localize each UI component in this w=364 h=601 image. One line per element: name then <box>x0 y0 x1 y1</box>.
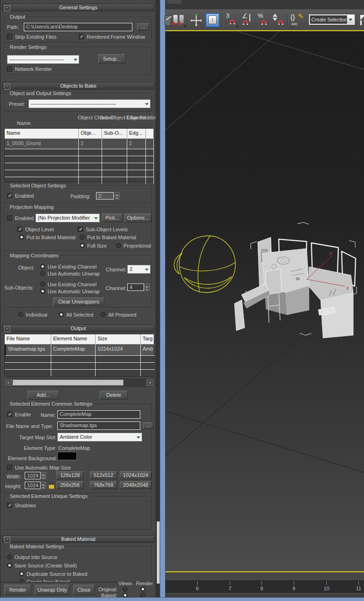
padding-input[interactable]: 2 <box>96 192 114 200</box>
options-button[interactable]: Options... <box>124 214 151 222</box>
close-button[interactable]: Close <box>73 585 95 595</box>
pick-button[interactable]: Pick... <box>102 214 123 222</box>
element-background-swatch[interactable] <box>57 452 77 460</box>
channel-1-dropdown[interactable]: 2 <box>127 265 151 274</box>
rollout-baked-material[interactable]: - Baked Material <box>2 535 154 543</box>
collapse-icon[interactable]: - <box>4 326 10 332</box>
table-row[interactable] <box>5 363 154 370</box>
rollout-objects-to-bake[interactable]: - Objects to Bake <box>2 82 154 90</box>
collapse-icon[interactable]: - <box>4 5 10 11</box>
scrollbar-thumb[interactable] <box>157 521 160 584</box>
all-selected-radio[interactable] <box>59 312 64 317</box>
width-input[interactable]: 1024 <box>25 472 41 479</box>
object-level-checkbox[interactable] <box>17 227 23 232</box>
select-and-manipulate-icon[interactable] <box>191 14 203 27</box>
rollout-general-settings[interactable]: - General Settings <box>2 4 154 11</box>
size-128-button[interactable]: 128x128 <box>56 471 83 479</box>
use-automatic-unwrap-2-radio[interactable] <box>40 289 45 294</box>
clear-unwrappers-button[interactable]: Clear Unwrappers <box>53 297 104 306</box>
use-automatic-unwrap-1-radio[interactable] <box>40 271 45 276</box>
save-source-radio[interactable] <box>7 563 12 568</box>
padding-spinner[interactable] <box>115 192 120 200</box>
percent-snap-toggle-icon[interactable]: % <box>257 12 270 28</box>
bake-preset-dropdown[interactable]: ----------------------------------------… <box>28 99 151 108</box>
named-selection-sets-icon[interactable]: {} ✎ ABC <box>290 12 307 29</box>
scroll-left-button[interactable]: ‹ <box>5 379 12 386</box>
put-to-baked-2-radio[interactable] <box>80 235 85 240</box>
projection-modifier-dropdown[interactable]: (No Projection Modifier <box>35 214 100 222</box>
individual-radio[interactable] <box>18 312 23 317</box>
width-spinner[interactable] <box>41 472 46 479</box>
selection-set-dropdown[interactable]: Create Selection Se <box>309 14 355 25</box>
size-768-button[interactable]: 768x768 <box>90 481 117 489</box>
element-name-input[interactable]: CompleteMap <box>57 410 140 419</box>
table-row[interactable]: 1_0500_Grund2 2 <box>5 139 154 149</box>
angle-snap-toggle-icon[interactable]: ∠ <box>240 12 255 28</box>
objects-table-header[interactable]: NameObje... Sub-O...Edg... <box>5 129 154 139</box>
table-row[interactable] <box>5 356 154 363</box>
put-to-baked-1-radio[interactable] <box>19 235 24 240</box>
duplicate-source-radio[interactable] <box>19 571 24 576</box>
size-512-button[interactable]: 512x512 <box>90 471 117 479</box>
viewport[interactable]: y x <box>165 31 364 571</box>
table-row[interactable] <box>5 170 154 177</box>
collapse-icon[interactable]: - <box>4 537 10 543</box>
height-input[interactable]: 1024 <box>25 482 41 489</box>
scrollbar-thumb[interactable] <box>13 380 124 386</box>
network-render-checkbox[interactable] <box>7 66 13 72</box>
use-existing-channel-2-radio[interactable] <box>40 282 45 287</box>
spinner-snap-toggle-icon[interactable] <box>272 12 286 28</box>
render-preset-dropdown[interactable]: -------------------------------- <box>7 55 79 64</box>
table-row[interactable] <box>5 149 154 156</box>
table-row[interactable] <box>5 370 154 376</box>
target-map-slot-dropdown[interactable]: Ambient Color <box>57 433 142 442</box>
track-bar[interactable]: 6 7 8 9 10 11 <box>165 580 364 594</box>
channel-2-spinner[interactable] <box>144 283 150 291</box>
panel-divider[interactable] <box>160 0 165 601</box>
all-prepared-radio[interactable] <box>101 312 106 317</box>
table-row[interactable] <box>5 156 154 163</box>
chevron-down-icon[interactable] <box>347 15 354 24</box>
render-button[interactable]: Render <box>4 585 31 595</box>
collapse-icon[interactable]: - <box>4 83 10 90</box>
use-existing-channel-1-radio[interactable] <box>40 264 45 269</box>
file-browse-button[interactable]: ... <box>143 422 153 429</box>
path-browse-button[interactable]: ... <box>137 23 149 31</box>
rendered-frame-checkbox[interactable] <box>79 34 84 40</box>
clipped-toolbar-icon[interactable] <box>360 14 364 26</box>
size-256-button[interactable]: 256x256 <box>56 481 83 489</box>
full-size-radio[interactable] <box>80 243 85 248</box>
table-row[interactable] <box>5 163 154 170</box>
channel-2-input[interactable]: 4 <box>127 283 144 291</box>
add-button[interactable]: Add... <box>27 391 59 400</box>
table-row-selected[interactable]: Shadowmap.tga CompleteMap 1024x1024 Amb <box>5 345 154 356</box>
mirror-icon[interactable] <box>172 14 186 27</box>
proportional-radio[interactable] <box>116 243 121 248</box>
clipped-toolbar-icon[interactable] <box>165 15 171 26</box>
auto-map-size-checkbox[interactable] <box>7 465 13 470</box>
size-2048-button[interactable]: 2048x2048 <box>120 481 151 489</box>
snaps-toggle-icon[interactable]: 3 <box>225 12 238 28</box>
height-spinner[interactable] <box>41 482 46 489</box>
delete-button[interactable]: Delete <box>100 391 128 400</box>
path-input[interactable]: C:\Users\Lars\Desktop <box>24 23 132 31</box>
original-views-radio[interactable] <box>123 587 128 592</box>
selected-sphere-wireframe[interactable] <box>174 236 236 293</box>
output-hscrollbar[interactable]: ‹ › <box>4 379 154 387</box>
scroll-right-button[interactable]: › <box>146 379 154 386</box>
output-into-source-radio[interactable] <box>7 554 12 560</box>
sub-object-levels-checkbox[interactable] <box>78 227 83 232</box>
lock-aspect-icon[interactable] <box>48 482 55 489</box>
output-table-header[interactable]: File NameElement Name SizeTarg <box>5 334 154 345</box>
projection-enabled-checkbox[interactable] <box>7 215 13 221</box>
size-1024-button[interactable]: 1024x1024 <box>120 471 151 479</box>
keyboard-override-toggle-icon[interactable]: ↑ <box>206 13 220 27</box>
shadows-checkbox[interactable] <box>7 503 13 508</box>
object-enabled-checkbox[interactable] <box>7 193 13 199</box>
skip-existing-checkbox[interactable] <box>7 34 13 40</box>
rollout-output[interactable]: - Output <box>2 325 154 332</box>
cab-model-wireframe[interactable]: y x <box>234 222 357 338</box>
original-render-radio[interactable] <box>140 587 145 592</box>
unwrap-only-button[interactable]: Unwrap Only <box>35 585 69 595</box>
file-name-input[interactable]: Shadowmap.tga <box>57 421 140 430</box>
